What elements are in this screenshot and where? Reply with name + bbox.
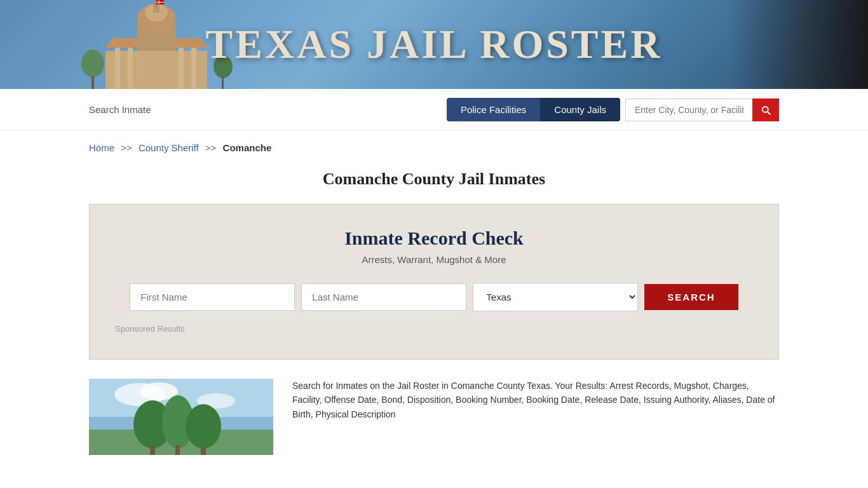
record-check-box: Inmate Record Check Arrests, Warrant, Mu… bbox=[89, 204, 779, 360]
record-search-button[interactable]: SEARCH bbox=[644, 284, 738, 310]
police-facilities-button[interactable]: Police Facilities bbox=[447, 98, 540, 121]
breadcrumb-county-sheriff-link[interactable]: County Sheriff bbox=[139, 142, 199, 153]
svg-rect-32 bbox=[201, 447, 206, 455]
county-jails-button[interactable]: County Jails bbox=[540, 98, 620, 121]
search-icon bbox=[760, 104, 771, 116]
last-name-input[interactable] bbox=[301, 283, 466, 311]
record-check-title: Inmate Record Check bbox=[115, 227, 753, 249]
bottom-section: Search for Inmates on the Jail Roster in… bbox=[0, 379, 868, 455]
bottom-thumbnail bbox=[89, 379, 273, 455]
svg-rect-20 bbox=[222, 76, 224, 89]
svg-rect-31 bbox=[175, 445, 180, 455]
breadcrumb-sep-1: >> bbox=[121, 142, 132, 153]
facility-search-input[interactable] bbox=[625, 98, 752, 121]
record-check-form: AlabamaAlaskaArizonaArkansasCaliforniaCo… bbox=[115, 283, 753, 311]
keys-overlay bbox=[728, 0, 868, 89]
breadcrumb-home-link[interactable]: Home bbox=[89, 142, 114, 153]
banner-title: Texas Jail Roster bbox=[206, 21, 663, 68]
bottom-thumbnail-svg bbox=[89, 379, 273, 455]
svg-rect-5 bbox=[191, 48, 196, 89]
navbar: Search Inmate Police Facilities County J… bbox=[0, 89, 868, 131]
facility-search-button[interactable] bbox=[752, 98, 779, 121]
state-select[interactable]: AlabamaAlaskaArizonaArkansasCaliforniaCo… bbox=[473, 283, 638, 311]
first-name-input[interactable] bbox=[130, 283, 295, 311]
breadcrumb-sep-2: >> bbox=[205, 142, 217, 153]
record-check-subtitle: Arrests, Warrant, Mugshot & More bbox=[115, 254, 753, 265]
page-title: Comanche County Jail Inmates bbox=[0, 159, 868, 204]
navbar-right: Police Facilities County Jails bbox=[447, 98, 779, 121]
svg-rect-30 bbox=[150, 445, 155, 455]
svg-rect-19 bbox=[92, 76, 94, 89]
svg-rect-4 bbox=[179, 48, 184, 89]
svg-rect-13 bbox=[156, 0, 156, 6]
breadcrumb: Home >> County Sheriff >> Comanche bbox=[0, 131, 868, 159]
breadcrumb-current: Comanche bbox=[223, 142, 272, 153]
svg-point-29 bbox=[186, 404, 221, 449]
site-banner: Texas Jail Roster bbox=[0, 0, 868, 89]
search-inmate-label: Search Inmate bbox=[89, 104, 447, 115]
svg-rect-3 bbox=[128, 48, 133, 89]
svg-point-17 bbox=[81, 50, 104, 78]
bottom-description: Search for Inmates on the Jail Roster in… bbox=[292, 379, 779, 421]
facility-search-container bbox=[625, 98, 779, 121]
svg-rect-2 bbox=[115, 48, 120, 89]
sponsored-results-label: Sponsored Results bbox=[115, 324, 753, 334]
